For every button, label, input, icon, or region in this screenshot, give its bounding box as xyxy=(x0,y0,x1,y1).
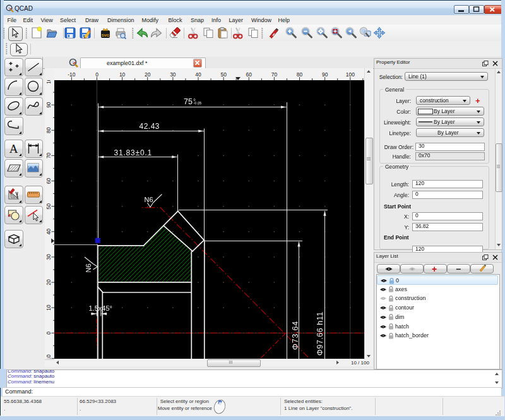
svg-text:70: 70 xyxy=(271,71,278,78)
svg-text:10: 10 xyxy=(119,71,126,78)
svg-text:-0.05: -0.05 xyxy=(194,101,202,105)
svg-text:75: 75 xyxy=(184,97,193,106)
svg-text:-10: -10 xyxy=(68,71,76,78)
svg-text:60: 60 xyxy=(45,178,52,184)
svg-text:20: 20 xyxy=(145,71,151,78)
svg-text:100: 100 xyxy=(45,80,52,84)
svg-text:50: 50 xyxy=(220,71,227,78)
svg-text:-10: -10 xyxy=(45,354,52,359)
svg-text:80: 80 xyxy=(297,71,303,78)
svg-text:80: 80 xyxy=(45,127,52,133)
svg-text:90: 90 xyxy=(45,102,52,108)
svg-text:1.5x45°: 1.5x45° xyxy=(89,304,112,312)
svg-text:0: 0 xyxy=(95,71,98,78)
svg-text:20: 20 xyxy=(45,279,52,285)
svg-text:40: 40 xyxy=(195,71,201,78)
svg-text:0: 0 xyxy=(45,332,52,335)
svg-text:40: 40 xyxy=(45,229,52,235)
svg-text:50: 50 xyxy=(45,203,52,210)
svg-text:30: 30 xyxy=(45,254,52,260)
svg-text:90: 90 xyxy=(322,71,328,78)
svg-text:10: 10 xyxy=(45,304,52,311)
svg-text:31.83±0.1: 31.83±0.1 xyxy=(114,148,153,157)
svg-text:Φ73.64: Φ73.64 xyxy=(291,321,300,350)
svg-text:42.43: 42.43 xyxy=(140,122,160,131)
svg-text:Φ97.66 h11: Φ97.66 h11 xyxy=(316,311,324,356)
svg-text:N6: N6 xyxy=(85,263,92,272)
svg-text:N6: N6 xyxy=(145,196,153,203)
svg-text:SVG: SVG xyxy=(101,33,109,37)
svg-text:A: A xyxy=(9,141,18,155)
svg-text:30: 30 xyxy=(170,71,176,78)
svg-text:60: 60 xyxy=(246,71,252,78)
svg-text:70: 70 xyxy=(45,152,52,159)
